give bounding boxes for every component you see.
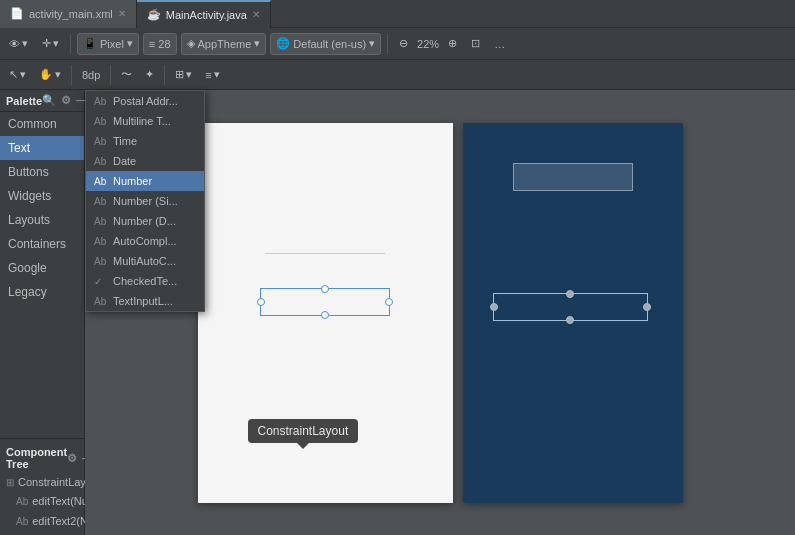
connect-button[interactable]: ✦ xyxy=(140,63,159,87)
zoom-in-button[interactable]: ⊕ xyxy=(443,32,462,56)
dropdown-postal-label: Postal Addr... xyxy=(113,95,178,107)
palette-item-google[interactable]: Google xyxy=(0,256,84,280)
dropdown-time-icon: Ab xyxy=(94,136,108,147)
dp-label: 8dp xyxy=(82,69,100,81)
handle-left-light[interactable] xyxy=(257,298,265,306)
palette-item-layouts[interactable]: Layouts xyxy=(0,208,84,232)
tree-item-edittext1[interactable]: Ab editText(Number) ! xyxy=(0,491,84,511)
palette-header-icons: 🔍 ⚙ — xyxy=(42,94,87,107)
dropdown-item-autocomplete[interactable]: Ab AutoCompl... xyxy=(86,231,204,251)
select-button[interactable]: ↖ ▾ xyxy=(4,63,31,87)
canvas-widget-dark-main[interactable] xyxy=(493,293,648,321)
main-toolbar: 👁 ▾ ✛ ▾ 📱 Pixel ▾ ≡ 28 ◈ AppTheme ▾ 🌐 De… xyxy=(0,28,795,60)
handle-right-light[interactable] xyxy=(385,298,393,306)
sep4 xyxy=(110,65,111,85)
api-dropdown[interactable]: ≡ 28 xyxy=(143,33,177,55)
main-layout: Palette 🔍 ⚙ — Common Text Buttons Widget… xyxy=(0,90,795,535)
palette-item-buttons[interactable]: Buttons xyxy=(0,160,84,184)
align-button[interactable]: ⊞ ▾ xyxy=(170,63,197,87)
handle-top-dark[interactable] xyxy=(566,290,574,298)
dropdown-item-number-signed[interactable]: Ab Number (Si... xyxy=(86,191,204,211)
dropdown-number-icon: Ab xyxy=(94,176,108,187)
fit-icon: ⊡ xyxy=(471,37,480,50)
canvas-tooltip: ConstraintLayout xyxy=(248,419,359,443)
tab-xml-close[interactable]: ✕ xyxy=(118,8,126,19)
palette-items: Common Text Buttons Widgets Layouts Cont… xyxy=(0,112,84,438)
zoom-level: 22% xyxy=(417,38,439,50)
tree-item-constraintlayout[interactable]: ⊞ ConstraintLayout xyxy=(0,473,84,491)
pan-button[interactable]: ✋ ▾ xyxy=(34,63,66,87)
zoom-in-icon: ⊕ xyxy=(448,37,457,50)
dropdown-checked-icon: ✓ xyxy=(94,276,108,287)
handle-left-dark[interactable] xyxy=(490,303,498,311)
palette-item-common[interactable]: Common xyxy=(0,112,84,136)
dp-button[interactable]: 8dp xyxy=(77,63,105,87)
dropdown-date-icon: Ab xyxy=(94,156,108,167)
dropdown-number-decimal-icon: Ab xyxy=(94,216,108,227)
theme-label: AppTheme xyxy=(198,38,252,50)
api-label: 28 xyxy=(158,38,170,50)
dropdown-item-textinput[interactable]: Ab TextInputL... xyxy=(86,291,204,311)
fit-button[interactable]: ⊡ xyxy=(466,32,485,56)
dropdown-number-decimal-label: Number (D... xyxy=(113,215,176,227)
dropdown-postal-icon: Ab xyxy=(94,96,108,107)
theme-dropdown[interactable]: ◈ AppTheme ▾ xyxy=(181,33,267,55)
handle-bottom-light[interactable] xyxy=(321,311,329,319)
component-tree-settings-icon[interactable]: ⚙ xyxy=(67,452,77,465)
dropdown-number-signed-icon: Ab xyxy=(94,196,108,207)
sep5 xyxy=(164,65,165,85)
canvas-widget-light[interactable] xyxy=(260,288,390,316)
zoom-out-button[interactable]: ⊖ xyxy=(394,32,413,56)
align-dropdown: ▾ xyxy=(186,68,192,81)
eye-dropdown-icon: ▾ xyxy=(22,37,28,50)
palette-item-widgets[interactable]: Widgets xyxy=(0,184,84,208)
more-button[interactable]: … xyxy=(489,32,510,56)
canvas-widget-dark-top[interactable] xyxy=(513,163,633,191)
dropdown-checked-label: CheckedTe... xyxy=(113,275,177,287)
dropdown-item-multiline[interactable]: Ab Multiline T... xyxy=(86,111,204,131)
align-icon: ⊞ xyxy=(175,68,184,81)
eye-button[interactable]: 👁 ▾ xyxy=(4,32,33,56)
wave-icon: 〜 xyxy=(121,67,132,82)
tab-java[interactable]: ☕ MainActivity.java ✕ xyxy=(137,0,271,28)
palette-panel: Palette 🔍 ⚙ — Common Text Buttons Widget… xyxy=(0,90,85,535)
connect-icon: ✦ xyxy=(145,68,154,81)
dropdown-item-multiauto[interactable]: Ab MultiAutoC... xyxy=(86,251,204,271)
palette-item-legacy[interactable]: Legacy xyxy=(0,280,84,304)
select-dropdown: ▾ xyxy=(20,68,26,81)
palette-settings-icon[interactable]: ⚙ xyxy=(61,94,71,107)
locale-label: Default (en-us) xyxy=(293,38,366,50)
theme-icon: ◈ xyxy=(187,37,195,50)
tab-xml-label: activity_main.xml xyxy=(29,8,113,20)
dropdown-item-number-decimal[interactable]: Ab Number (D... xyxy=(86,211,204,231)
dropdown-item-checked[interactable]: ✓ CheckedTe... xyxy=(86,271,204,291)
device-dropdown[interactable]: 📱 Pixel ▾ xyxy=(77,33,139,55)
dropdown-item-postal[interactable]: Ab Postal Addr... xyxy=(86,91,204,111)
cursor-dropdown-icon: ▾ xyxy=(53,37,59,50)
dropdown-multiauto-label: MultiAutoC... xyxy=(113,255,176,267)
theme-arrow: ▾ xyxy=(254,37,260,50)
palette-item-text[interactable]: Text xyxy=(0,136,84,160)
handle-bottom-dark[interactable] xyxy=(566,316,574,324)
locale-dropdown[interactable]: 🌐 Default (en-us) ▾ xyxy=(270,33,381,55)
wave-button[interactable]: 〜 xyxy=(116,63,137,87)
dropdown-item-date[interactable]: Ab Date xyxy=(86,151,204,171)
cursor-button[interactable]: ✛ ▾ xyxy=(37,32,64,56)
dropdown-textinput-icon: Ab xyxy=(94,296,108,307)
canvas-light[interactable]: ConstraintLayout xyxy=(198,123,453,503)
tree-item-edittext2[interactable]: Ab editText2(Number) ! xyxy=(0,511,84,531)
tab-java-close[interactable]: ✕ xyxy=(252,9,260,20)
handle-top-light[interactable] xyxy=(321,285,329,293)
dropdown-item-time[interactable]: Ab Time xyxy=(86,131,204,151)
dropdown-number-signed-label: Number (Si... xyxy=(113,195,178,207)
dropdown-item-number[interactable]: Ab Number xyxy=(86,171,204,191)
tab-xml[interactable]: 📄 activity_main.xml ✕ xyxy=(0,0,137,28)
text-align-button[interactable]: ≡ ▾ xyxy=(200,63,224,87)
handle-right-dark[interactable] xyxy=(643,303,651,311)
canvas-dark[interactable] xyxy=(463,123,683,503)
palette-item-containers[interactable]: Containers xyxy=(0,232,84,256)
sep2 xyxy=(387,34,388,54)
dropdown-multiline-label: Multiline T... xyxy=(113,115,171,127)
sep1 xyxy=(70,34,71,54)
palette-search-icon[interactable]: 🔍 xyxy=(42,94,56,107)
